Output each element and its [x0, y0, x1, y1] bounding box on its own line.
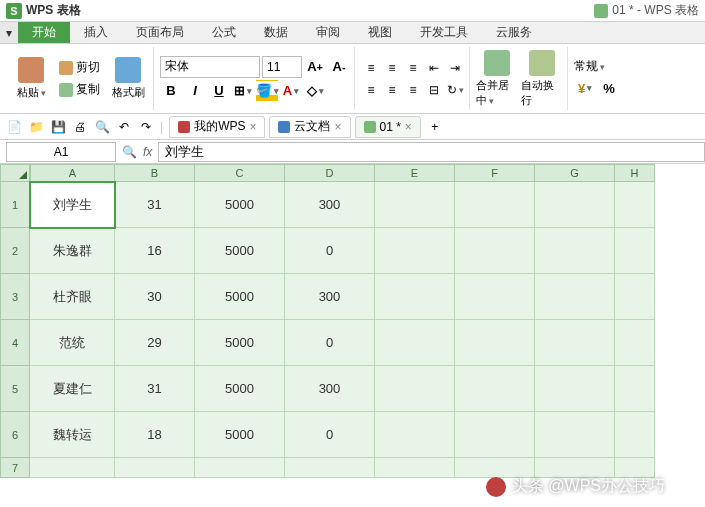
open-icon[interactable]: 📁 [28, 119, 44, 135]
row-header[interactable]: 3 [0, 274, 30, 320]
number-format-select[interactable]: 常规 [574, 58, 605, 75]
preview-icon[interactable]: 🔍 [94, 119, 110, 135]
cell[interactable] [195, 458, 285, 478]
cell-reference-input[interactable] [6, 142, 116, 162]
menu-tab-1[interactable]: 插入 [70, 22, 122, 43]
row-header[interactable]: 2 [0, 228, 30, 274]
column-header[interactable]: F [455, 164, 535, 182]
menu-tab-7[interactable]: 开发工具 [406, 22, 482, 43]
fill-color-button[interactable]: 🪣 [256, 80, 278, 102]
cell[interactable] [30, 458, 115, 478]
doc-tab-0[interactable]: 我的WPS× [169, 116, 265, 138]
merge-across-button[interactable]: ⊟ [424, 80, 444, 100]
cell[interactable]: 夏建仁 [30, 366, 115, 412]
cell[interactable] [535, 228, 615, 274]
cell[interactable]: 朱逸群 [30, 228, 115, 274]
cell[interactable]: 5000 [195, 366, 285, 412]
cell[interactable] [455, 228, 535, 274]
align-middle-button[interactable]: ≡ [382, 58, 402, 78]
increase-font-button[interactable]: A+ [304, 56, 326, 78]
cell[interactable] [535, 458, 615, 478]
cell[interactable] [375, 320, 455, 366]
bold-button[interactable]: B [160, 80, 182, 102]
cell[interactable] [375, 274, 455, 320]
font-size-select[interactable] [262, 56, 302, 78]
italic-button[interactable]: I [184, 80, 206, 102]
cell[interactable] [615, 182, 655, 228]
align-bottom-button[interactable]: ≡ [403, 58, 423, 78]
menu-tab-0[interactable]: 开始 [18, 22, 70, 43]
column-header[interactable]: G [535, 164, 615, 182]
row-header[interactable]: 7 [0, 458, 30, 478]
menu-tab-3[interactable]: 公式 [198, 22, 250, 43]
cell[interactable] [455, 458, 535, 478]
cell[interactable]: 31 [115, 182, 195, 228]
column-header[interactable]: B [115, 164, 195, 182]
wrap-text-button[interactable]: 自动换行 [521, 49, 563, 109]
cell[interactable]: 5000 [195, 274, 285, 320]
doc-tab-1[interactable]: 云文档× [269, 116, 350, 138]
menu-tab-6[interactable]: 视图 [354, 22, 406, 43]
cell[interactable]: 300 [285, 182, 375, 228]
cell[interactable]: 31 [115, 366, 195, 412]
cell[interactable] [615, 366, 655, 412]
cell[interactable] [455, 366, 535, 412]
currency-button[interactable]: ¥ [574, 77, 596, 99]
align-top-button[interactable]: ≡ [361, 58, 381, 78]
cell[interactable]: 0 [285, 228, 375, 274]
lookup-icon[interactable]: 🔍 [122, 145, 137, 159]
cell[interactable] [615, 412, 655, 458]
cell[interactable]: 300 [285, 274, 375, 320]
menu-tab-4[interactable]: 数据 [250, 22, 302, 43]
merge-center-button[interactable]: 合并居中 [476, 49, 518, 109]
menu-tab-2[interactable]: 页面布局 [122, 22, 198, 43]
paste-button[interactable]: 粘贴 [10, 49, 52, 109]
menu-tab-5[interactable]: 审阅 [302, 22, 354, 43]
print-icon[interactable]: 🖨 [72, 119, 88, 135]
cell[interactable] [455, 320, 535, 366]
cell[interactable] [535, 366, 615, 412]
orientation-button[interactable]: ↻ [445, 80, 465, 100]
cell[interactable] [615, 458, 655, 478]
cell[interactable]: 30 [115, 274, 195, 320]
align-right-button[interactable]: ≡ [403, 80, 423, 100]
cell[interactable] [455, 412, 535, 458]
select-all-corner[interactable] [0, 164, 30, 182]
indent-increase-button[interactable]: ⇥ [445, 58, 465, 78]
row-header[interactable]: 6 [0, 412, 30, 458]
cell[interactable]: 5000 [195, 228, 285, 274]
align-left-button[interactable]: ≡ [361, 80, 381, 100]
save-icon[interactable]: 💾 [50, 119, 66, 135]
undo-icon[interactable]: ↶ [116, 119, 132, 135]
cut-button[interactable]: 剪切 [55, 58, 104, 78]
cell[interactable]: 魏转运 [30, 412, 115, 458]
menu-tab-8[interactable]: 云服务 [482, 22, 546, 43]
row-header[interactable]: 1 [0, 182, 30, 228]
cell[interactable] [115, 458, 195, 478]
cell[interactable] [375, 366, 455, 412]
cell[interactable]: 29 [115, 320, 195, 366]
cell[interactable] [535, 182, 615, 228]
fx-label[interactable]: fx [137, 145, 158, 159]
cell[interactable]: 18 [115, 412, 195, 458]
cell[interactable]: 5000 [195, 182, 285, 228]
cell[interactable] [535, 274, 615, 320]
cell[interactable] [455, 274, 535, 320]
cell[interactable]: 300 [285, 366, 375, 412]
close-tab-icon[interactable]: × [249, 120, 256, 134]
cell[interactable] [535, 412, 615, 458]
cell[interactable] [615, 228, 655, 274]
cell[interactable]: 16 [115, 228, 195, 274]
cell[interactable]: 5000 [195, 320, 285, 366]
add-tab-button[interactable]: + [427, 119, 443, 135]
cell[interactable]: 范统 [30, 320, 115, 366]
indent-decrease-button[interactable]: ⇤ [424, 58, 444, 78]
border-button[interactable]: ⊞ [232, 80, 254, 102]
new-file-icon[interactable]: 📄 [6, 119, 22, 135]
row-header[interactable]: 4 [0, 320, 30, 366]
cell[interactable]: 刘学生 [30, 182, 115, 228]
column-header[interactable]: H [615, 164, 655, 182]
copy-button[interactable]: 复制 [55, 80, 104, 100]
column-header[interactable]: C [195, 164, 285, 182]
column-header[interactable]: D [285, 164, 375, 182]
